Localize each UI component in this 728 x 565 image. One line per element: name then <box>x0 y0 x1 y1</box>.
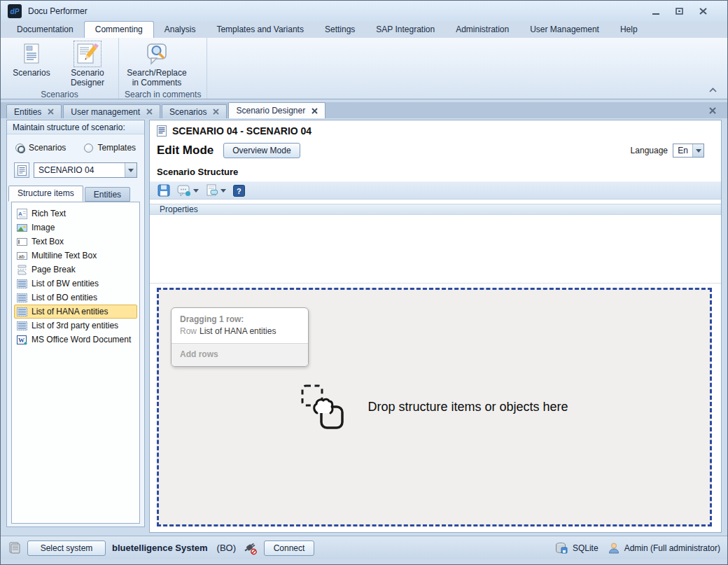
tab-user-management[interactable]: User Management <box>519 22 610 38</box>
sidebar-header: Maintain structure of scenario: <box>7 120 144 134</box>
list-item-rich-text[interactable]: A Rich Text <box>14 207 137 221</box>
ribbon-group-scenarios: Scenarios <box>1 38 119 99</box>
svg-text:W: W <box>18 337 24 344</box>
tab-commenting[interactable]: Commenting <box>84 21 154 38</box>
user-label: Admin (Full administrator) <box>624 543 720 553</box>
title-bar: dP Docu Performer <box>1 1 727 22</box>
scenario-designer-button[interactable]: Scenario Designer <box>61 41 114 88</box>
user-icon <box>608 542 620 554</box>
ribbon-group-label-scenarios: Scenarios <box>1 88 118 103</box>
list-item-page-break[interactable]: Page Break <box>14 263 137 277</box>
doc-tab-scenario-designer[interactable]: Scenario Designer <box>228 102 326 118</box>
scenario-designer-button-label: Scenario Designer <box>61 68 114 88</box>
chevron-down-icon[interactable] <box>692 144 704 157</box>
list-item-label: Image <box>31 223 55 232</box>
document-comment-button[interactable] <box>204 183 228 198</box>
list-item-label: Multiline Text Box <box>31 251 97 260</box>
svg-text:A: A <box>18 211 22 217</box>
radio-templates-label: Templates <box>97 143 136 153</box>
app-window: dP Docu Performer Documentation Commenti… <box>0 0 728 565</box>
tab-close-icon[interactable] <box>213 109 219 115</box>
doc-title-row: SCENARIO 04 - SCENARIO 04 <box>150 120 721 137</box>
tab-administration[interactable]: Administration <box>445 22 519 38</box>
overview-mode-button[interactable]: Overview Mode <box>223 143 300 158</box>
tab-documentation[interactable]: Documentation <box>6 22 84 38</box>
search-replace-button-label: Search/Replace in Comments <box>123 68 190 88</box>
search-replace-in-comments-button[interactable]: Search/Replace in Comments <box>123 41 190 88</box>
doc-tab-entities[interactable]: Entities <box>6 104 62 118</box>
scenario-document-icon <box>14 162 29 178</box>
tab-analysis[interactable]: Analysis <box>154 22 206 38</box>
section-title: Scenario Structure <box>150 158 721 181</box>
tab-close-icon[interactable] <box>312 108 318 114</box>
system-name: bluetelligence System <box>112 543 208 553</box>
drag-row-value: List of HANA entities <box>200 326 276 336</box>
doc-tab-scenarios-label: Scenarios <box>169 107 206 117</box>
drop-here-icon <box>300 384 348 431</box>
properties-header: Properties <box>150 204 721 215</box>
ribbon-collapse-icon[interactable] <box>708 87 718 93</box>
chevron-down-icon[interactable] <box>125 163 136 177</box>
connect-button[interactable]: Connect <box>264 540 314 556</box>
list-item-multiline-text-box[interactable]: ab Multiline Text Box <box>14 249 137 263</box>
list-item-label: Text Box <box>31 237 64 246</box>
doc-tab-user-management[interactable]: User management <box>63 104 160 118</box>
page-break-icon <box>17 265 27 275</box>
list-item-label: MS Office Word Document <box>31 335 131 344</box>
system-type: (BO) <box>217 543 236 553</box>
list-item-label: List of BW entities <box>31 279 99 288</box>
scenario-designer-pencil-icon <box>75 42 100 66</box>
language-select[interactable]: En <box>673 144 704 158</box>
radio-scenarios[interactable]: Scenarios <box>15 143 66 153</box>
document-comment-icon <box>206 184 218 197</box>
save-icon[interactable] <box>155 183 172 198</box>
scenarios-button[interactable]: Scenarios <box>5 41 58 78</box>
properties-body <box>150 215 721 289</box>
tab-templates-and-variants[interactable]: Templates and Variants <box>206 22 314 38</box>
doc-tab-scenarios[interactable]: Scenarios <box>162 104 227 118</box>
scenario-toolbar: ? <box>150 181 721 200</box>
tab-sap-integration[interactable]: SAP Integration <box>365 22 445 38</box>
list-item-list-of-bo-entities[interactable]: List of BO entities <box>14 291 137 305</box>
scenario-document-icon <box>157 125 167 137</box>
app-logo-icon: dP <box>8 4 22 18</box>
drag-tooltip-body: Dragging 1 row: RowList of HANA entities <box>172 308 308 343</box>
select-system-button[interactable]: Select system <box>27 540 106 556</box>
radio-scenarios-label: Scenarios <box>29 143 66 153</box>
language-label: Language <box>631 146 668 155</box>
minimize-icon[interactable] <box>652 8 660 15</box>
list-item-list-of-bw-entities[interactable]: List of BW entities <box>14 277 137 291</box>
entity-list-icon <box>17 307 27 317</box>
tab-close-icon[interactable] <box>146 109 153 115</box>
tab-close-icon[interactable] <box>48 109 54 115</box>
tab-entities[interactable]: Entities <box>85 187 130 202</box>
radio-checked-icon <box>15 144 24 153</box>
list-item-ms-office-word-document[interactable]: W MS Office Word Document <box>14 333 137 347</box>
tab-settings[interactable]: Settings <box>314 22 365 38</box>
ribbon-tab-bar: Documentation Commenting Analysis Templa… <box>1 22 727 38</box>
list-item-list-of-hana-entities[interactable]: List of HANA entities <box>14 305 137 319</box>
ribbon-group-label-search: Search in comments <box>119 88 206 103</box>
restore-icon[interactable] <box>676 8 684 15</box>
drag-tooltip: Dragging 1 row: RowList of HANA entities… <box>171 307 309 367</box>
help-icon[interactable]: ? <box>231 183 247 198</box>
list-item-image[interactable]: Image <box>14 221 137 235</box>
close-icon[interactable] <box>699 8 708 15</box>
scenario-select-row: SCENARIO 04 <box>7 153 144 178</box>
list-item-label: Page Break <box>31 265 76 274</box>
scenario-select[interactable]: SCENARIO 04 <box>34 162 137 178</box>
radio-templates[interactable]: Templates <box>84 143 136 153</box>
tab-help[interactable]: Help <box>610 22 648 38</box>
tabstrip-close-icon[interactable] <box>709 107 716 114</box>
list-item-list-of-3rd-party-entities[interactable]: List of 3rd party entities <box>14 319 137 333</box>
language-select-value: En <box>673 144 692 157</box>
scenario-select-value: SCENARIO 04 <box>34 165 125 175</box>
status-right: SQLite Admin (Full administrator) <box>554 541 720 555</box>
tab-structure-items[interactable]: Structure items <box>8 186 83 202</box>
entity-list-icon <box>17 279 27 289</box>
list-item-text-box[interactable]: Text Box <box>14 235 137 249</box>
comment-options-button[interactable] <box>175 183 201 198</box>
scenarios-button-label: Scenarios <box>13 68 50 78</box>
svg-text:ab: ab <box>19 253 24 259</box>
properties-label: Properties <box>160 204 198 214</box>
